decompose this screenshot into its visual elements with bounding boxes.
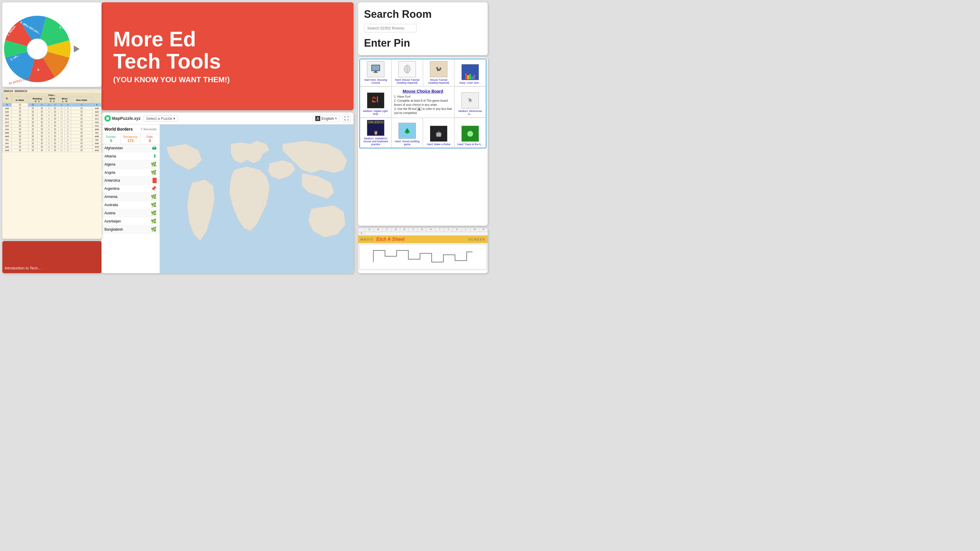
mouse-cell-robot[interactable]: 🤖 Hard: Make a Robot [423, 118, 454, 148]
map-stat-fails: Fails: 0 [140, 134, 159, 144]
list-item[interactable]: Austria 🌿 [102, 209, 159, 217]
svg-rect-20 [373, 101, 374, 102]
list-item[interactable]: Albania ⬇ [102, 152, 159, 160]
spinner-wheel-svg: 1. Which 5. Hoh 4. Did anything... 3. Wh… [2, 5, 95, 87]
mouse-cell-minimouse[interactable]: 🖱 Medium: Minimouse G... [454, 87, 486, 118]
svg-marker-1 [74, 46, 80, 52]
list-item[interactable]: Afghanistan 🏔 [102, 144, 159, 152]
mouse-choice-instructions: Mouse Choice Board 1. Have Fun! 2. Compl… [391, 87, 454, 118]
monitor-icon [370, 64, 382, 75]
list-item[interactable]: Armenia 🌿 [102, 193, 159, 201]
list-item[interactable]: Algeria 🌿 [102, 160, 159, 168]
map-main-area [160, 124, 353, 273]
svg-text:5. Hoh: 5. Hoh [49, 11, 58, 14]
svg-text:9.: 9. [37, 68, 40, 71]
table-row: 0 ☑☑ □□ □□ □□ 0 [3, 103, 102, 107]
fullscreen-icon [344, 116, 348, 121]
list-item[interactable]: Argentina 📌 [102, 184, 159, 193]
enter-pin-section: Enter Pin [364, 37, 482, 49]
etch-drawing-area [360, 244, 487, 269]
center-column: More EdTech Tools (You know you want the… [99, 0, 356, 275]
svg-rect-11 [374, 71, 377, 72]
turing-col-new [92, 94, 101, 103]
map-timer: 7 Seconds [141, 127, 157, 131]
map-lang-button[interactable]: A English ▾ [313, 115, 339, 122]
svg-rect-12 [373, 72, 378, 73]
table-row: s11 ☑☑ ☑□ ☑□ □☑ con [3, 121, 102, 124]
table-row: sub ☑☑ ☑□ ☑□ □☑ s11 [3, 114, 102, 117]
table-row: res ☑☑ ☑□ ☑□ □☑ res [3, 138, 102, 142]
etch-banner: MAGIC Etch A Sheet SCREEN [358, 235, 488, 243]
svg-rect-16 [373, 97, 374, 98]
table-row: sub ☑☑ ☑□ ☑□ □☑ end [3, 145, 102, 149]
mouse-cell-owlie[interactable]: OWLIEBOO 🦉 Medium: OwlieBOO mouse and ke… [360, 118, 391, 148]
left-column: 1. Which 5. Hoh 4. Did anything... 3. Wh… [0, 0, 99, 275]
etch-drawing-svg [360, 245, 486, 268]
spinner-card: 1. Which 5. Hoh 4. Did anything... 3. Wh… [2, 2, 102, 87]
list-item[interactable]: Australia 🌿 [102, 201, 159, 209]
digital-brite-icon [370, 95, 382, 106]
hero-subtitle: (You know you want them!) [113, 75, 342, 84]
mouse-cell-tutorial-2[interactable]: 🐿 Mouse Tutorial (reading required) [423, 59, 454, 86]
search-room-card: Search Room Enter Pin [358, 2, 488, 55]
map-body: World Borders 7 Seconds Founds: 0 Remain… [102, 124, 353, 273]
table-row: res ☑☑ ☑□ ☑□ □☑ sub [3, 142, 102, 145]
bottom-red-card: Introduction to Tech... [2, 241, 102, 273]
map-stat-remaining: Remaining: 173 [121, 134, 141, 144]
hero-banner: More EdTech Tools (You know you want the… [102, 2, 353, 110]
svg-rect-22 [377, 97, 378, 102]
map-country-list[interactable]: Afghanistan 🏔 Albania ⬇ Algeria 🌿 Angola… [102, 144, 159, 273]
etch-a-sheet-card: A B C D E F G H I J K L M N 1 [358, 228, 488, 273]
svg-point-0 [27, 39, 48, 59]
svg-rect-10 [372, 65, 379, 71]
table-row: s11 ☑☑ ☑□ ☑□ □☑ s11 [3, 117, 102, 121]
list-item[interactable]: Antarctica [102, 177, 159, 184]
svg-text:4. Did anything...: 4. Did anything... [59, 26, 83, 29]
list-item[interactable]: Angola 🌿 [102, 168, 159, 177]
svg-rect-21 [374, 101, 375, 102]
list-item[interactable]: Azerbaijan 🌿 [102, 217, 159, 225]
right-column: Search Room Enter Pin [356, 0, 490, 275]
mouse-board-card: Start here: Mousing Around Hard: Mouse T… [358, 57, 488, 225]
map-stats: Founds: 0 Remaining: 173 Fails: 0 [102, 134, 159, 144]
svg-rect-18 [372, 100, 373, 101]
search-room-input[interactable] [364, 24, 417, 32]
country-marker [153, 178, 157, 183]
list-item[interactable]: Bangladesh 🌿 [102, 225, 159, 233]
mouse-cell-voxels[interactable]: 🌲 Hard: Voxels building game [391, 118, 423, 148]
svg-rect-19 [372, 101, 373, 102]
table-row: add ☑☑ ☑□ ☑□ □☑ add [3, 135, 102, 138]
table-row: sub ☑☑ ☑□ ☑□ □☑ sub [3, 110, 102, 114]
map-toolbar: MapPuzzle.xyz Select a Puzzle ▾ A Englis… [102, 113, 353, 124]
spreadsheet-col-headers: A B C D E F G H I J K L M N [358, 228, 488, 232]
map-site-name: MapPuzzle.xyz [112, 116, 141, 121]
map-puzzle-card: MapPuzzle.xyz Select a Puzzle ▾ A Englis… [102, 113, 353, 273]
map-fullscreen-button[interactable] [342, 114, 351, 122]
map-sidebar-header: World Borders 7 Seconds [102, 124, 159, 134]
turing-col-then: Then... [12, 94, 92, 97]
etch-content: 1 MAGIC Etch A Sheet SCREEN [358, 232, 488, 270]
enter-pin-title: Enter Pin [364, 37, 482, 49]
table-row: end ☑☑ ☑□ ☑□ □☑ end [3, 149, 102, 152]
mouse-cell-trace[interactable]: Hard: Trace to the b... [454, 118, 486, 148]
world-map-svg [160, 124, 353, 273]
turing-tape: 000010 00000010 [2, 89, 102, 93]
turing-table: If, Then... In State Reading0 1 Write0 1… [2, 93, 102, 152]
map-sidebar: World Borders 7 Seconds Founds: 0 Remain… [102, 124, 160, 273]
mouse-cell-mousing-around[interactable]: Start here: Mousing Around [360, 59, 391, 86]
table-row: sub ☑☑ ☑□ ☑□ □☑ sub [3, 107, 102, 110]
turing-col-if: If, [3, 94, 12, 103]
table-row: add ☑☑ ☑□ ☑□ □☑ res [3, 131, 102, 135]
search-room-title: Search Room [364, 8, 482, 21]
turing-card: 000010 00000010 If, Then... In State Rea… [2, 89, 102, 239]
map-select-puzzle-button[interactable]: Select a Puzzle ▾ [143, 116, 178, 122]
mouse-cell-digital-brite[interactable]: Medium: Digital Light-brite [360, 87, 391, 118]
bottom-red-text: Introduction to Tech... [5, 265, 41, 271]
mouse-cell-tutorial-1[interactable]: Hard: Mouse Tutorial (reading required) [391, 59, 423, 86]
mouse-tutorial-icon [401, 64, 413, 75]
svg-rect-15 [372, 98, 373, 99]
map-stat-founds: Founds: 0 [102, 134, 121, 144]
svg-rect-17 [374, 98, 375, 99]
map-title: World Borders [104, 127, 133, 132]
mouse-cell-color-sort[interactable]: Easy: Color Sort... [454, 59, 486, 86]
